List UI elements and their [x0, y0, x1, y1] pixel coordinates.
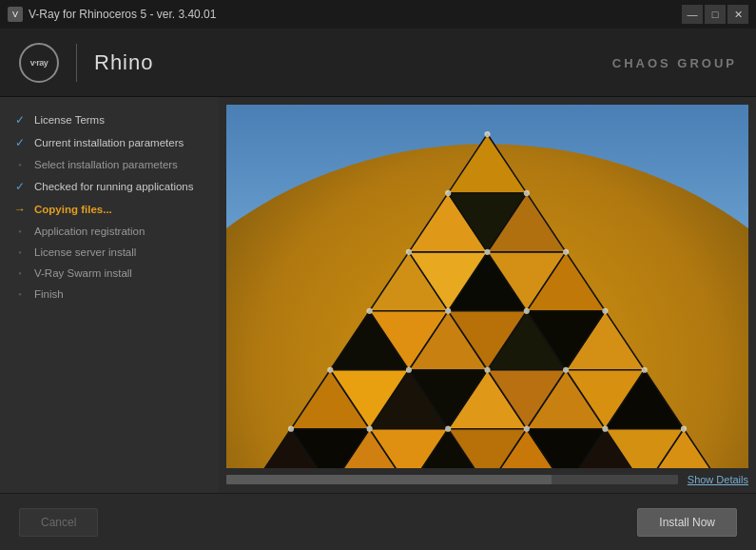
svg-point-55 — [445, 426, 451, 432]
step-icon-license-terms: ✓ — [13, 113, 27, 127]
sidebar-step-app-registration: ●Application registration — [0, 221, 219, 242]
chaos-group-logo: CHAOS GROUP — [612, 52, 737, 72]
sidebar-step-license-terms: ✓License Terms — [0, 108, 219, 131]
svg-point-39 — [445, 190, 451, 196]
svg-point-58 — [681, 426, 687, 432]
header-divider — [76, 44, 77, 82]
sidebar-step-finish: ●Finish — [0, 284, 219, 304]
step-label-app-registration: Application registration — [34, 226, 145, 237]
cancel-button[interactable]: Cancel — [19, 508, 98, 537]
app-icon: V — [8, 7, 23, 22]
progress-track — [226, 475, 678, 484]
close-button[interactable]: ✕ — [727, 5, 748, 24]
svg-point-47 — [602, 308, 608, 314]
step-icon-select-params: ● — [13, 162, 27, 167]
main-content: ✓License Terms✓Current installation para… — [0, 97, 756, 493]
title-bar: V V-Ray for Rhinoceros 5 - ver. 3.40.01 … — [0, 0, 756, 29]
step-icon-check-running: ✓ — [13, 180, 27, 193]
svg-point-45 — [445, 308, 451, 314]
svg-point-42 — [484, 249, 490, 255]
sidebar-step-license-server: ●License server install — [0, 242, 219, 263]
step-label-copying-files: Copying files... — [34, 204, 112, 215]
vray-circle-text: v·ray — [30, 58, 48, 68]
svg-point-50 — [484, 367, 490, 373]
step-label-license-terms: License Terms — [34, 114, 105, 126]
window-title: V-Ray for Rhinoceros 5 - ver. 3.40.01 — [29, 8, 682, 21]
image-area: Show Details — [219, 97, 756, 493]
minimize-button[interactable]: — — [682, 5, 703, 24]
svg-point-41 — [406, 249, 412, 255]
step-label-vray-swarm: V-Ray Swarm install — [34, 267, 132, 279]
step-label-license-server: License server install — [34, 246, 136, 258]
sidebar-step-copying-files: →Copying files... — [0, 198, 219, 221]
show-details-link[interactable]: Show Details — [688, 474, 748, 485]
svg-point-38 — [484, 131, 490, 137]
window-controls: — □ ✕ — [682, 5, 748, 24]
step-label-check-running: Checked for running applications — [34, 181, 194, 192]
geodesic-graphic — [226, 105, 748, 468]
svg-point-49 — [406, 367, 412, 373]
svg-point-48 — [327, 367, 333, 373]
install-now-button[interactable]: Install Now — [637, 508, 737, 537]
product-image — [226, 105, 748, 468]
svg-point-44 — [367, 308, 373, 314]
footer: Cancel Install Now — [0, 493, 756, 550]
sidebar-step-current-params: ✓Current installation parameters — [0, 131, 219, 154]
svg-point-56 — [524, 426, 530, 432]
svg-point-52 — [642, 367, 648, 373]
progress-fill — [226, 475, 552, 484]
step-label-select-params: Select installation parameters — [34, 159, 178, 170]
step-icon-license-server: ● — [13, 249, 27, 255]
sidebar-step-check-running: ✓Checked for running applications — [0, 175, 219, 198]
vray-circle-logo: v·ray — [19, 43, 59, 83]
step-icon-vray-swarm: ● — [13, 270, 27, 276]
svg-point-51 — [563, 367, 569, 373]
svg-point-40 — [524, 190, 530, 196]
svg-point-54 — [367, 426, 373, 432]
sidebar: ✓License Terms✓Current installation para… — [0, 97, 219, 493]
svg-point-53 — [288, 426, 294, 432]
maximize-button[interactable]: □ — [705, 5, 726, 24]
step-icon-current-params: ✓ — [13, 136, 27, 149]
svg-point-57 — [602, 426, 608, 432]
product-name: Rhino — [94, 50, 153, 75]
step-icon-app-registration: ● — [13, 228, 27, 234]
vray-logo: v·ray — [19, 43, 59, 83]
step-icon-copying-files: → — [13, 203, 27, 216]
sidebar-step-select-params: ●Select installation parameters — [0, 154, 219, 175]
progress-row: Show Details — [226, 468, 748, 485]
header: v·ray Rhino CHAOS GROUP — [0, 29, 756, 97]
svg-point-46 — [524, 308, 530, 314]
step-icon-finish: ● — [13, 291, 27, 297]
svg-point-43 — [563, 249, 569, 255]
step-label-finish: Finish — [34, 288, 64, 300]
sidebar-step-vray-swarm: ●V-Ray Swarm install — [0, 263, 219, 284]
step-label-current-params: Current installation parameters — [34, 137, 184, 148]
